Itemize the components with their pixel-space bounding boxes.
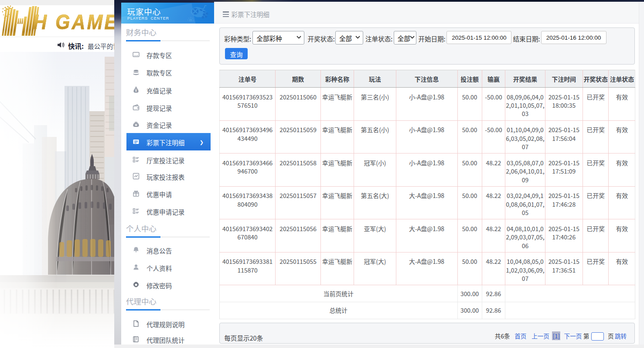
svg-text:￥: ￥ [135,89,137,92]
